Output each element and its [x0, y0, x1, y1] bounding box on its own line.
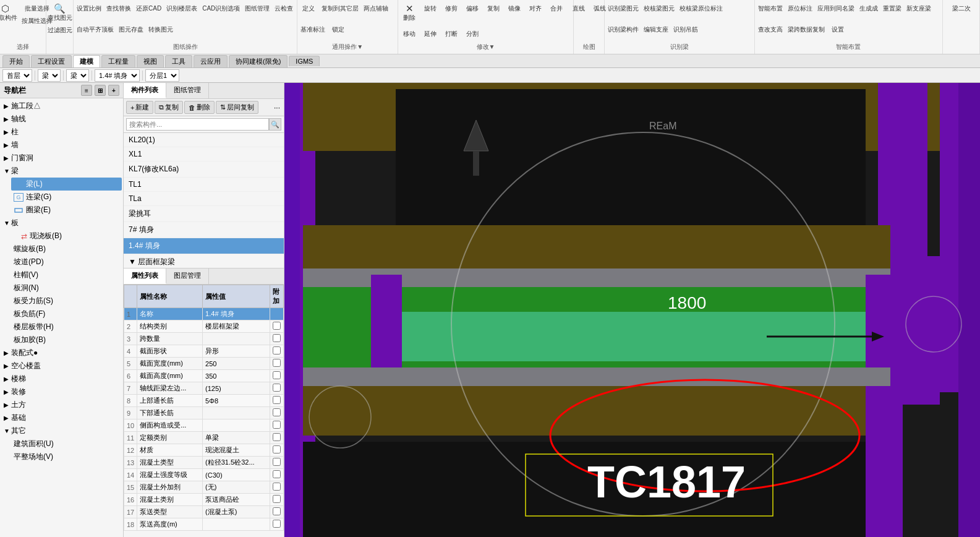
- extend-button[interactable]: 延伸: [420, 28, 440, 40]
- props-row-extra[interactable]: [270, 419, 284, 432]
- props-row-extra[interactable]: [270, 345, 284, 358]
- props-row-value[interactable]: 5Φ8: [203, 395, 270, 407]
- set-scale-button[interactable]: 设置比例: [75, 2, 103, 14]
- nav-item-building-area[interactable]: 建筑面积(U): [11, 437, 122, 450]
- cad-identify-button[interactable]: CAD识别选项: [200, 2, 242, 14]
- find-element-button[interactable]: 🔍 查找图元: [46, 2, 74, 24]
- check-height-button[interactable]: 查改支高: [756, 24, 785, 35]
- component-item-7-fill[interactable]: 7# 填身: [124, 222, 284, 238]
- copy-component-button[interactable]: ⧉ 复制: [155, 101, 183, 114]
- nav-item-floor-strip[interactable]: 楼层板带(H): [11, 320, 122, 333]
- thickness-select[interactable]: 1.4# 填身: [95, 69, 140, 82]
- base-mark-button[interactable]: 基准标注: [299, 24, 327, 35]
- component-item-floor-frame[interactable]: ▼ 层面框架梁: [124, 254, 284, 268]
- props-row-value[interactable]: 楼层框架梁: [203, 320, 270, 333]
- props-row-extra[interactable]: [270, 444, 284, 457]
- new-component-button[interactable]: + 新建: [126, 101, 153, 114]
- offset-button[interactable]: 偏移: [462, 2, 482, 14]
- smart-layout-button[interactable]: 智能布置: [756, 2, 785, 14]
- nav-list-icon[interactable]: ≡: [81, 85, 92, 96]
- nav-item-beam-G[interactable]: G 连梁(G): [11, 191, 122, 204]
- nav-pin-icon[interactable]: +: [108, 85, 119, 96]
- component-item-KL7[interactable]: KL7(修改KL6a): [124, 161, 284, 178]
- nav-item-decoration2[interactable]: ▶ 装修: [1, 385, 122, 398]
- convert-element-button[interactable]: 转换图元: [147, 24, 175, 35]
- define-button[interactable]: 定义: [299, 2, 318, 14]
- props-row-extra[interactable]: [270, 308, 284, 320]
- nav-item-other[interactable]: ▼ 其它: [1, 424, 122, 437]
- props-row-extra[interactable]: [270, 333, 284, 345]
- props-row-value[interactable]: 250: [203, 358, 270, 370]
- section-select[interactable]: 分层1: [145, 69, 179, 82]
- props-row-extra[interactable]: [270, 382, 284, 395]
- nav-item-earthwork[interactable]: ▶ 土方: [1, 398, 122, 411]
- component-item-TL1[interactable]: TL1: [124, 178, 284, 192]
- check-beam-element-button[interactable]: 校核梁图元: [642, 2, 676, 14]
- component-item-XL1[interactable]: XL1: [124, 147, 284, 161]
- props-row-value[interactable]: (125): [203, 382, 270, 395]
- nav-item-slope[interactable]: 坡道(PD): [11, 256, 122, 268]
- tab-view[interactable]: 视图: [137, 55, 164, 67]
- tab-quantity[interactable]: 工程量: [101, 55, 135, 67]
- nav-item-plate-hole[interactable]: 板洞(N): [11, 281, 122, 294]
- nav-item-decoration[interactable]: ▶ 装配式●: [1, 346, 122, 359]
- component-item-TLa[interactable]: TLa: [124, 192, 284, 206]
- props-row-extra[interactable]: [270, 407, 284, 419]
- tab-layer-mgmt[interactable]: 图层管理: [166, 268, 209, 284]
- props-row-extra[interactable]: [270, 481, 284, 494]
- settings-button[interactable]: 设置: [828, 24, 848, 35]
- drawing-mgmt-button[interactable]: 图纸管理: [243, 2, 271, 14]
- search-input[interactable]: [126, 118, 269, 131]
- nav-item-flat-ground[interactable]: 平整场地(V): [11, 450, 122, 463]
- move-button[interactable]: 移动: [399, 28, 419, 40]
- type-select[interactable]: 梁: [38, 69, 61, 82]
- nav-item-construction[interactable]: ▶ 施工段△: [1, 100, 122, 113]
- props-row-value[interactable]: [203, 333, 270, 345]
- props-row-extra[interactable]: [270, 320, 284, 333]
- props-row-extra[interactable]: [270, 518, 284, 531]
- nav-item-plate-film[interactable]: 板加胶(B): [11, 333, 122, 346]
- props-row-extra[interactable]: [270, 395, 284, 407]
- delete-component-button[interactable]: 🗑 删除: [184, 101, 215, 114]
- tab-start[interactable]: 开始: [2, 55, 30, 67]
- props-row-value[interactable]: (C30): [203, 469, 270, 481]
- save-element-button[interactable]: 图元存盘: [117, 24, 145, 35]
- line-button[interactable]: 直线: [569, 2, 589, 14]
- canvas-area[interactable]: 1800 TC1817 REaM: [284, 83, 980, 537]
- merge-button[interactable]: 合并: [547, 2, 566, 14]
- original-mark-button[interactable]: 原位标注: [786, 2, 814, 14]
- nav-item-plate[interactable]: ▼ 板: [1, 217, 122, 230]
- nav-item-plate-neg[interactable]: 板负筋(F): [11, 307, 122, 320]
- tab-cloud[interactable]: 云应用: [194, 55, 228, 67]
- nav-item-plate-rebar[interactable]: 板受力筋(S): [11, 294, 122, 307]
- tab-component-list[interactable]: 构件列表: [124, 83, 166, 98]
- props-row-extra[interactable]: [270, 358, 284, 370]
- more-button[interactable]: ···: [273, 102, 281, 113]
- rotate-button[interactable]: 旋转: [420, 2, 440, 14]
- tab-props-list[interactable]: 属性列表: [124, 268, 166, 284]
- edit-support-button[interactable]: 编辑支座: [642, 24, 670, 35]
- lock-button[interactable]: 锁定: [328, 24, 348, 35]
- props-row-extra[interactable]: [270, 457, 284, 469]
- props-row-value[interactable]: 现浇混凝土: [203, 444, 270, 457]
- props-row-extra[interactable]: [270, 370, 284, 382]
- props-row-extra[interactable]: [270, 506, 284, 518]
- tab-igms[interactable]: IGMS: [289, 56, 320, 66]
- copy-button[interactable]: 复制: [484, 2, 503, 14]
- props-row-value[interactable]: (无): [203, 481, 270, 494]
- nav-item-wall[interactable]: ▶ 墙: [1, 139, 122, 152]
- cloud-check-button[interactable]: 云检查: [273, 2, 295, 14]
- auto-level-button[interactable]: 自动平齐顶板: [75, 24, 116, 35]
- mirror-button[interactable]: 镜像: [505, 2, 524, 14]
- two-point-aux-button[interactable]: 两点辅轴: [362, 2, 390, 14]
- component-item-1-4-fill[interactable]: 1.4# 填身: [124, 238, 284, 254]
- nav-item-foundation[interactable]: ▶ 基础: [1, 411, 122, 424]
- tab-modeling[interactable]: 建模: [73, 55, 100, 67]
- filter-element-button[interactable]: 过滤图元: [46, 24, 74, 36]
- tab-collab[interactable]: 协同建模(限免): [229, 55, 288, 67]
- props-row-value[interactable]: [203, 518, 270, 531]
- nav-item-stairs[interactable]: ▶ 楼梯: [1, 372, 122, 385]
- search-icon[interactable]: 🔍: [269, 118, 281, 131]
- props-row-value[interactable]: 单梁: [203, 432, 270, 444]
- generate-button[interactable]: 生成成: [858, 2, 880, 14]
